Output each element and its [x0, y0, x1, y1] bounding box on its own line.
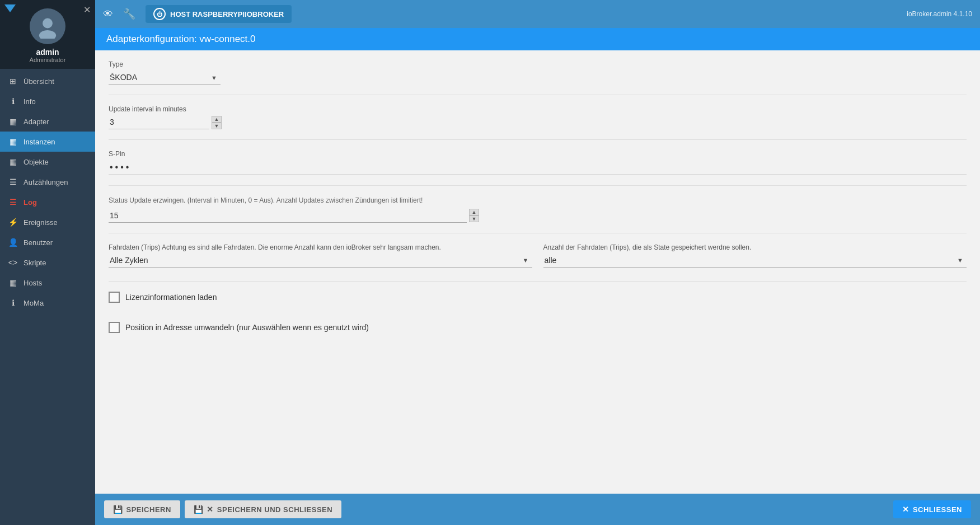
type-select[interactable]: ŠKODA VW Audi SEAT — [109, 71, 221, 85]
wrench-icon[interactable]: 🔧 — [123, 8, 135, 20]
update-interval-down-button[interactable]: ▼ — [212, 123, 222, 129]
sidebar-item-instanzen[interactable]: ▦ Instanzen — [0, 132, 95, 152]
close-icon: ✕ — [902, 505, 909, 514]
status-update-note: Status Update erzwingen. (Interval in Mi… — [109, 196, 967, 205]
save-icon: 💾 — [113, 505, 123, 514]
sidebar-label-overview: Übersicht — [24, 77, 54, 86]
update-interval-spinner: ▲ ▼ — [212, 116, 222, 129]
sidebar-item-hosts[interactable]: ▦ Hosts — [0, 273, 95, 293]
update-interval-field: Update interval in minutes ▲ ▼ — [109, 105, 967, 129]
update-interval-label: Update interval in minutes — [109, 105, 967, 113]
fahrdaten-row: Fahrdaten (Trips) Achtung es sind alle F… — [109, 243, 967, 278]
instanzen-icon: ▦ — [8, 137, 18, 146]
update-interval-up-button[interactable]: ▲ — [212, 116, 222, 123]
info-icon: ℹ — [8, 97, 18, 106]
sidebar-item-skripte[interactable]: <> Skripte — [0, 252, 95, 273]
ereignisse-icon: ⚡ — [8, 218, 18, 227]
status-update-field: Status Update erzwingen. (Interval in Mi… — [109, 196, 967, 223]
divider-5 — [109, 281, 967, 282]
sidebar-label-objekte: Objekte — [24, 158, 49, 166]
close-button[interactable]: ✕ SCHLIESSEN — [893, 500, 971, 518]
benutzer-icon: 👤 — [8, 238, 18, 247]
sidebar-label-benutzer: Benutzer — [24, 238, 53, 247]
version-label: ioBroker.admin 4.1.10 — [907, 10, 972, 18]
objekte-icon: ▦ — [8, 157, 18, 166]
sidebar-item-aufzaehlungen[interactable]: ☰ Aufzählungen — [0, 172, 95, 192]
dialog-title: Adapterkonfiguration: vw-connect.0 — [106, 34, 256, 44]
fahrdaten-left-col: Fahrdaten (Trips) Achtung es sind alle F… — [109, 243, 532, 278]
host-tab[interactable]: ⏻ HOST RASPBERRYPIIOBROKER — [146, 5, 292, 23]
avatar — [30, 8, 65, 44]
fahrdaten-right-label: Anzahl der Fahrdaten (Trips), die als St… — [543, 243, 967, 251]
form-content: Type ŠKODA VW Audi SEAT ▼ Update interva… — [95, 50, 980, 494]
bottom-bar: 💾 SPEICHERN 💾 ✕ SPEICHERN UND SCHLIESSEN… — [95, 494, 980, 525]
checkbox1-row: Lizenzinformationen laden — [109, 292, 967, 303]
logo-triangle-icon — [4, 4, 16, 12]
save-close-save-icon: 💾 — [194, 505, 204, 514]
fahrdaten-left-field: Fahrdaten (Trips) Achtung es sind alle F… — [109, 243, 532, 268]
fahrdaten-left-select-wrapper: Alle Zyklen Kurze Zyklen Lange Zyklen ▼ — [109, 254, 532, 268]
adapter-icon: ▦ — [8, 117, 18, 126]
status-update-down-button[interactable]: ▼ — [469, 215, 479, 222]
status-update-up-button[interactable]: ▲ — [469, 209, 479, 215]
sidebar-role: Administrator — [30, 57, 66, 63]
divider-2 — [109, 139, 967, 140]
fahrdaten-left-select[interactable]: Alle Zyklen Kurze Zyklen Lange Zyklen — [109, 254, 532, 268]
sidebar-item-overview[interactable]: ⊞ Übersicht — [0, 71, 95, 91]
type-label: Type — [109, 60, 967, 68]
fahrdaten-right-field: Anzahl der Fahrdaten (Trips), die als St… — [543, 243, 967, 268]
eye-icon[interactable]: 👁 — [103, 8, 113, 20]
status-update-spinner: ▲ ▼ — [469, 209, 479, 222]
checkbox1[interactable] — [109, 292, 120, 303]
fahrdaten-right-select[interactable]: alle 1 5 10 20 — [543, 254, 967, 268]
sidebar-label-info: Info — [24, 97, 36, 106]
host-tab-icon: ⏻ — [153, 8, 166, 20]
sidebar-label-moma: MoMa — [24, 299, 44, 307]
sidebar-label-log: Log — [24, 198, 37, 207]
sidebar-label-instanzen: Instanzen — [24, 138, 55, 146]
skripte-icon: <> — [8, 258, 18, 267]
sidebar-item-adapter[interactable]: ▦ Adapter — [0, 111, 95, 132]
save-button[interactable]: 💾 SPEICHERN — [104, 500, 180, 518]
sidebar: ✕ admin Administrator ⊞ Übersicht ℹ Info… — [0, 0, 95, 525]
sidebar-label-ereignisse: Ereignisse — [24, 218, 58, 227]
checkbox2[interactable] — [109, 322, 120, 333]
fahrdaten-right-select-wrapper: alle 1 5 10 20 ▼ — [543, 254, 967, 268]
sPin-input[interactable] — [109, 160, 967, 175]
checkbox2-label: Position in Adresse umwandeln (nur Auswä… — [125, 323, 369, 332]
checkbox2-row: Position in Adresse umwandeln (nur Auswä… — [109, 322, 967, 333]
save-close-button[interactable]: 💾 ✕ SPEICHERN UND SCHLIESSEN — [185, 500, 341, 518]
hosts-icon: ▦ — [8, 278, 18, 287]
sidebar-item-benutzer[interactable]: 👤 Benutzer — [0, 232, 95, 252]
fahrdaten-left-label: Fahrdaten (Trips) Achtung es sind alle F… — [109, 243, 532, 251]
main-area: 👁 🔧 ⏻ HOST RASPBERRYPIIOBROKER ioBroker.… — [95, 0, 980, 525]
sidebar-label-aufzaehlungen: Aufzählungen — [24, 178, 68, 186]
update-interval-input[interactable] — [109, 115, 209, 129]
content-area: Adapterkonfiguration: vw-connect.0 Type … — [95, 28, 980, 525]
dialog-header: Adapterkonfiguration: vw-connect.0 — [95, 28, 980, 50]
sidebar-label-adapter: Adapter — [24, 118, 49, 126]
sidebar-header: ✕ admin Administrator — [0, 0, 95, 69]
moma-icon: ℹ — [8, 298, 18, 307]
divider-4 — [109, 233, 967, 233]
save-close-x-icon: ✕ — [207, 505, 214, 514]
sPin-field: S-Pin — [109, 150, 967, 175]
sidebar-item-info[interactable]: ℹ Info — [0, 91, 95, 111]
sidebar-item-objekte[interactable]: ▦ Objekte — [0, 152, 95, 172]
sidebar-label-hosts: Hosts — [24, 279, 42, 287]
sidebar-item-ereignisse[interactable]: ⚡ Ereignisse — [0, 212, 95, 232]
sidebar-username: admin — [36, 48, 59, 57]
divider-3 — [109, 185, 967, 186]
sidebar-nav: ⊞ Übersicht ℹ Info ▦ Adapter ▦ Instanzen… — [0, 69, 95, 525]
fahrdaten-right-col: Anzahl der Fahrdaten (Trips), die als St… — [543, 243, 967, 278]
status-update-input[interactable] — [109, 209, 467, 223]
type-field: Type ŠKODA VW Audi SEAT ▼ — [109, 60, 967, 85]
avatar-icon — [35, 14, 60, 39]
save-label: SPEICHERN — [126, 505, 171, 514]
sidebar-item-log[interactable]: ☰ Log — [0, 192, 95, 212]
sPin-label: S-Pin — [109, 150, 967, 158]
save-close-label: SPEICHERN UND SCHLIESSEN — [217, 505, 332, 514]
sidebar-item-moma[interactable]: ℹ MoMa — [0, 293, 95, 313]
sidebar-close-icon[interactable]: ✕ — [83, 4, 91, 15]
close-label: SCHLIESSEN — [913, 505, 962, 514]
